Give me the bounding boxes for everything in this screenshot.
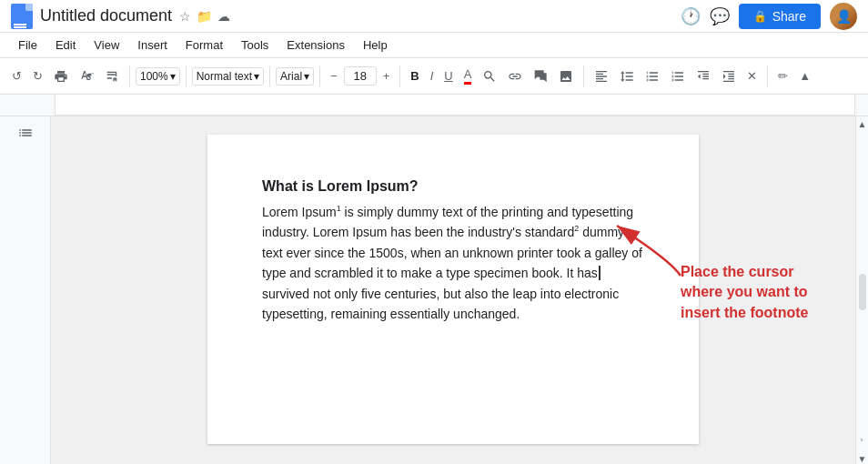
scrollbar-thumb[interactable] — [859, 274, 866, 310]
italic-button[interactable]: I — [426, 66, 439, 86]
list-button[interactable] — [641, 66, 664, 87]
spellcheck-button[interactable] — [75, 66, 98, 87]
collapse-sidebar-button[interactable]: › — [861, 436, 863, 444]
document-body: Lorem Ipsum1 is simply dummy text of the… — [262, 202, 644, 324]
zoom-value: 100% — [140, 70, 168, 83]
document-heading: What is Lorem Ipsum? — [262, 178, 644, 195]
separator-4 — [319, 66, 320, 87]
text-color-icon: A — [464, 67, 472, 85]
menu-tools[interactable]: Tools — [234, 36, 276, 54]
avatar[interactable]: 👤 — [830, 3, 857, 30]
ruler-content — [55, 95, 855, 116]
header-right: 🕐 💬 🔒 Share 👤 — [681, 3, 857, 30]
style-select[interactable]: Normal text ▾ — [192, 67, 264, 86]
ruler — [0, 95, 868, 116]
right-panel: ▲ ▼ › — [855, 116, 868, 464]
style-value: Normal text — [197, 70, 252, 83]
annotation-text: Place the cursorwhere you want toinsert … — [681, 262, 844, 323]
menu-help[interactable]: Help — [356, 36, 395, 54]
separator-1 — [129, 66, 130, 87]
zoom-chevron: ▾ — [170, 70, 176, 83]
annotation-arrow — [590, 207, 699, 280]
document-title[interactable]: Untitled document — [40, 6, 172, 25]
main-area: What is Lorem Ipsum? Lorem Ipsum1 is sim… — [0, 116, 868, 464]
footnote-2: 2 — [574, 225, 579, 234]
annotation: Place the cursorwhere you want toinsert … — [662, 262, 844, 323]
outline-icon[interactable] — [14, 124, 37, 151]
separator-5 — [399, 66, 400, 87]
menu-file[interactable]: File — [11, 36, 45, 54]
share-button[interactable]: 🔒 Share — [739, 4, 821, 29]
menu-extensions[interactable]: Extensions — [279, 36, 352, 54]
align-button[interactable] — [590, 66, 613, 87]
zoom-select[interactable]: 100% ▾ — [136, 67, 180, 86]
font-select[interactable]: Arial ▾ — [276, 67, 314, 86]
document-page: What is Lorem Ipsum? Lorem Ipsum1 is sim… — [207, 135, 699, 444]
font-size-increase[interactable]: + — [378, 66, 395, 86]
cloud-icon[interactable]: ☁ — [217, 9, 230, 24]
menu-format[interactable]: Format — [178, 36, 230, 54]
underline-button[interactable]: U — [439, 66, 457, 86]
separator-2 — [186, 66, 187, 87]
undo-button[interactable]: ↺ — [7, 66, 26, 86]
comment-insert-button[interactable] — [529, 66, 552, 87]
clear-format-button[interactable]: ✕ — [742, 66, 762, 86]
separator-3 — [269, 66, 270, 87]
menu-view[interactable]: View — [86, 36, 126, 54]
collapse-button[interactable]: ▲ — [794, 66, 815, 86]
history-icon[interactable]: 🕐 — [681, 6, 701, 26]
text-color-button[interactable]: A — [459, 64, 477, 88]
print-button[interactable] — [49, 66, 73, 87]
star-icon[interactable]: ☆ — [179, 9, 191, 24]
highlight-button[interactable] — [478, 66, 501, 87]
title-icons: ☆ 📁 ☁ — [179, 9, 230, 24]
ordered-list-button[interactable] — [666, 66, 690, 87]
separator-7 — [767, 66, 768, 87]
image-button[interactable] — [554, 66, 578, 87]
scroll-up-button[interactable]: ▲ — [858, 120, 867, 129]
doc-icon — [11, 4, 33, 29]
font-size-decrease[interactable]: − — [326, 66, 342, 86]
folder-icon[interactable]: 📁 — [197, 9, 212, 24]
separator-6 — [583, 66, 584, 87]
share-label: Share — [772, 9, 806, 24]
line-spacing-button[interactable] — [615, 66, 639, 87]
body-text-1: Lorem Ipsum1 is simply dummy text of the… — [262, 205, 642, 321]
font-value: Arial — [280, 70, 302, 83]
left-panel — [0, 116, 51, 464]
link-button[interactable] — [503, 66, 527, 87]
footnote-1: 1 — [337, 204, 341, 213]
font-chevron: ▾ — [304, 70, 309, 83]
decrease-indent-button[interactable] — [691, 66, 715, 87]
increase-indent-button[interactable] — [717, 66, 741, 87]
menu-edit[interactable]: Edit — [48, 36, 83, 54]
redo-button[interactable]: ↻ — [28, 66, 47, 86]
font-size-input[interactable] — [344, 66, 377, 86]
scroll-down-button[interactable]: ▼ — [858, 455, 867, 464]
menu-bar: File Edit View Insert Format Tools Exten… — [0, 33, 868, 58]
paint-format-button[interactable] — [100, 66, 124, 87]
menu-insert[interactable]: Insert — [130, 36, 175, 54]
avatar-image: 👤 — [830, 3, 857, 30]
style-chevron: ▾ — [254, 70, 259, 83]
toolbar: ↺ ↻ 100% ▾ Normal text ▾ Arial ▾ − + B I… — [0, 58, 868, 95]
pencil-button[interactable]: ✏ — [773, 66, 792, 86]
doc-area[interactable]: What is Lorem Ipsum? Lorem Ipsum1 is sim… — [51, 116, 855, 464]
bold-button[interactable]: B — [406, 66, 423, 86]
title-bar: Untitled document ☆ 📁 ☁ 🕐 💬 🔒 Share 👤 — [0, 0, 868, 33]
comment-icon[interactable]: 💬 — [710, 6, 730, 26]
lock-icon: 🔒 — [753, 10, 767, 23]
